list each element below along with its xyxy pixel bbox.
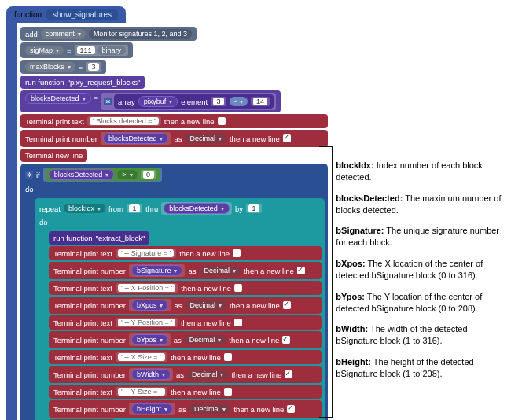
gear-icon[interactable]: ✲: [104, 98, 112, 105]
comment-text[interactable]: Monitor signatures 1, 2, and 3: [89, 29, 192, 39]
newline-checkbox[interactable]: [282, 336, 290, 344]
tprint-text-blocks[interactable]: Terminal print text ' Blocks detected = …: [20, 114, 328, 128]
tp-text-label: Terminal print text: [25, 117, 84, 126]
by-label: by: [235, 204, 243, 213]
do-label: do: [39, 218, 48, 227]
string-ysize[interactable]: ' -- Y Size = ': [118, 388, 165, 396]
newline-checkbox[interactable]: [285, 370, 292, 378]
eq: =: [67, 46, 72, 55]
tprint-num-ysize[interactable]: Terminal print number bHeight▾ as Decima…: [49, 400, 322, 418]
by-val[interactable]: 1: [248, 204, 259, 212]
string-blocks[interactable]: ' Blocks detected = ': [90, 117, 159, 125]
tprint-text-ypos[interactable]: Terminal print text ' -- Y Position = ' …: [49, 315, 322, 330]
thru-label: thru: [145, 204, 158, 213]
newline-checkbox[interactable]: [218, 117, 226, 125]
tprint-num-ypos[interactable]: Terminal print number bYpos▾ as Decimal▾…: [49, 331, 322, 348]
as-label: as: [174, 134, 182, 143]
newline-checkbox[interactable]: [224, 353, 232, 361]
var-bYpos[interactable]: bYpos▾: [131, 334, 168, 345]
newline-checkbox[interactable]: [233, 249, 241, 257]
run-name: "extract_block": [96, 234, 145, 242]
maxblocks-value[interactable]: 3: [88, 63, 99, 71]
element-kw: element: [181, 98, 208, 106]
zero-val[interactable]: 0: [143, 171, 154, 179]
tprint-num-xsize[interactable]: Terminal print number bWidth▾ as Decimal…: [49, 366, 322, 383]
array-name[interactable]: pixybuf▾: [138, 96, 178, 107]
tprint-newline[interactable]: Terminal new line: [20, 149, 87, 162]
var-bHeight[interactable]: bHeight▾: [131, 403, 173, 414]
newline-checkbox[interactable]: [297, 267, 305, 274]
decimal-pill[interactable]: Decimal▾: [189, 404, 231, 414]
sigmap-value[interactable]: 111: [77, 46, 95, 54]
do-label: do: [25, 185, 34, 193]
sigmap-type[interactable]: binary: [97, 46, 127, 55]
string-ypos[interactable]: ' -- Y Position = ': [118, 319, 175, 326]
thru-var[interactable]: blocksDetected▾: [164, 203, 230, 214]
array-expr[interactable]: array pixybuf▾ element 3 -▾ 14: [114, 94, 274, 109]
legend-term: bSignature:: [336, 226, 384, 235]
gt-op[interactable]: >▾: [117, 170, 137, 179]
if-label: if: [36, 171, 40, 179]
run-func-extract[interactable]: run function "extract_block": [49, 231, 149, 245]
bdet-var[interactable]: blocksDetected▾: [25, 93, 91, 104]
blocksdetected-assign[interactable]: blocksDetected▾ = ✲ array pixybuf▾ eleme…: [20, 90, 281, 112]
decimal-pill[interactable]: Decimal▾: [185, 300, 226, 310]
comment-pill[interactable]: comment▾: [41, 29, 86, 39]
decimal-pill[interactable]: Decimal▾: [199, 266, 241, 275]
add-comment-block[interactable]: add comment▾ Monitor signatures 1, 2, an…: [20, 27, 197, 41]
legend-term: blockIdx:: [336, 160, 373, 170]
decimal-pill[interactable]: Decimal▾: [185, 335, 226, 344]
run-label: run function: [25, 78, 64, 87]
newline-checkbox[interactable]: [224, 388, 232, 396]
newline-checkbox[interactable]: [234, 284, 242, 292]
var-bXpos[interactable]: bXpos▾: [131, 300, 169, 311]
array-kw: array: [118, 98, 135, 106]
function-name[interactable]: show_signatures: [46, 9, 118, 20]
tprint-text-xpos[interactable]: Terminal print text ' -- X Position = ' …: [49, 281, 322, 295]
tprint-num-blocks[interactable]: Terminal print number blocksDetected▾ as…: [20, 130, 328, 147]
run-name: "pixy_request_blocks": [68, 78, 141, 87]
tprint-text-ysize[interactable]: Terminal print text ' -- Y Size = ' then…: [49, 385, 322, 399]
var-bWidth[interactable]: bWidth▾: [131, 369, 171, 380]
function-hat[interactable]: function show_signatures: [6, 6, 126, 23]
var-blocksDetected[interactable]: blocksDetected▾: [103, 133, 169, 144]
newline-checkbox[interactable]: [283, 134, 291, 142]
repeat-var[interactable]: blockIdx▾: [64, 204, 105, 213]
sigmap-block[interactable]: sigMap▾ = 111 binary: [20, 42, 133, 58]
tp-nl-label: Terminal new line: [25, 151, 83, 160]
tprint-text-xsize[interactable]: Terminal print text ' -- X Size = ' then…: [49, 350, 322, 364]
maxblocks-var[interactable]: maxBlocks▾: [25, 62, 75, 72]
newline-checkbox[interactable]: [283, 301, 291, 309]
newline-checkbox[interactable]: [287, 405, 295, 413]
legend-term: bWidth:: [336, 324, 368, 333]
tprint-text-sig[interactable]: Terminal print text ' -- Signature = ' t…: [49, 246, 322, 260]
maxblocks-block[interactable]: maxBlocks▾ = 3: [20, 60, 106, 74]
array-index[interactable]: 3: [213, 98, 224, 105]
decimal-pill[interactable]: Decimal▾: [185, 134, 226, 143]
if-block[interactable]: ✲ if blocksDetected▾ >▾ 0 do: [20, 164, 328, 420]
repeat-block[interactable]: repeat blockIdx▾ from 1 thru blocksDetec…: [35, 198, 325, 420]
repeat-label: repeat: [39, 204, 61, 213]
decimal-pill[interactable]: Decimal▾: [187, 370, 229, 379]
legend: blockIdx: Index number of each block det…: [336, 6, 505, 389]
if-var[interactable]: blocksDetected▾: [49, 169, 115, 180]
minus-op[interactable]: -▾: [230, 97, 248, 106]
legend-term: bXpos:: [336, 259, 365, 268]
eq: =: [94, 93, 99, 101]
var-bSignature[interactable]: bSignature▾: [131, 265, 183, 276]
from-val[interactable]: 1: [129, 204, 140, 212]
legend-term: blocksDetected:: [336, 193, 403, 203]
gear-icon[interactable]: ✲: [25, 171, 33, 179]
tprint-num-sig[interactable]: Terminal print number bSignature▾ as Dec…: [49, 262, 322, 279]
sigmap-var[interactable]: sigMap▾: [25, 46, 64, 55]
compare-expr[interactable]: blocksDetected▾ >▾ 0: [46, 168, 160, 181]
minus-right[interactable]: 14: [253, 98, 267, 105]
string-sig[interactable]: ' -- Signature = ': [118, 249, 174, 257]
then-label: then a new line: [164, 117, 215, 126]
newline-checkbox[interactable]: [234, 319, 242, 326]
string-xsize[interactable]: ' -- X Size = ': [118, 353, 165, 361]
run-func-request[interactable]: run function "pixy_request_blocks": [20, 76, 145, 89]
add-label: add: [25, 30, 38, 39]
tprint-num-xpos[interactable]: Terminal print number bXpos▾ as Decimal▾…: [49, 297, 322, 314]
string-xpos[interactable]: ' -- X Position = ': [118, 284, 175, 292]
